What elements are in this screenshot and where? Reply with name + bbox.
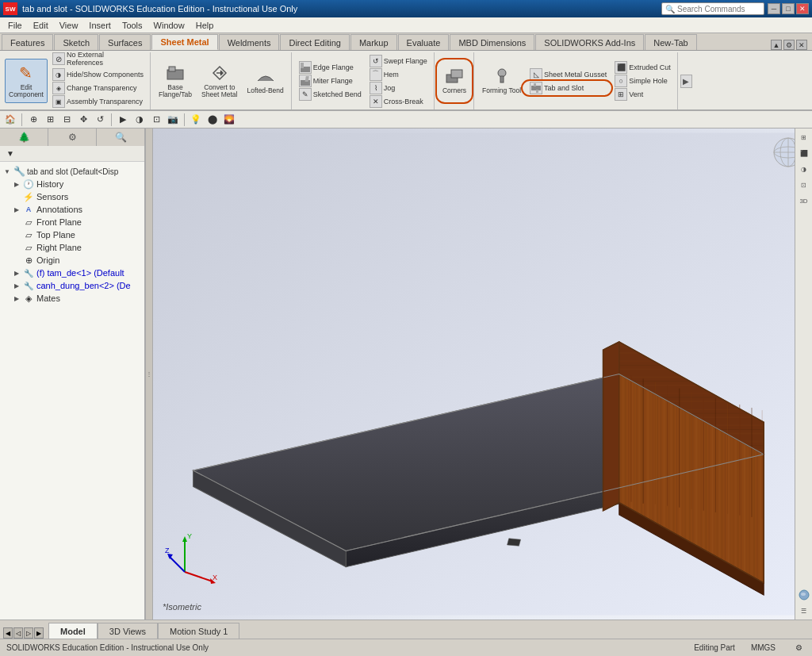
tab-sw-addins[interactable]: SOLIDWORKS Add-Ins	[535, 34, 644, 50]
toolbar-zoom-previous[interactable]: ⊟	[59, 113, 74, 127]
tree-root[interactable]: ▼ 🔧 tab and slot (Default<Disp	[2, 165, 143, 178]
tree-top-plane[interactable]: ▱ Top Plane	[11, 228, 143, 241]
sheet-metal-gusset-button[interactable]: ◺ Sheet Metal Gusset	[527, 68, 610, 81]
tab-prev2-button[interactable]: ◁	[13, 627, 23, 639]
panel-tab-properties[interactable]: ⚙	[48, 129, 97, 146]
assembly-transparency-btn[interactable]: ▣ Assembly Transparency	[52, 95, 143, 108]
mates-expand[interactable]: ▶	[13, 294, 21, 302]
tab-model[interactable]: Model	[48, 623, 98, 639]
edit-component-button[interactable]: ✎ EditComponent	[5, 59, 48, 103]
expand-ribbon-button[interactable]: ▶	[680, 75, 692, 88]
viewport[interactable]: Y X Z *Isometric ⊞ ⬛ ◑ ⊡ 3D	[153, 129, 812, 620]
tab-motion-study[interactable]: Motion Study 1	[158, 623, 239, 639]
annotations-expand[interactable]: ▶	[13, 205, 21, 213]
tab-features[interactable]: Features	[2, 34, 53, 50]
base-flange-button[interactable]: BaseFlange/Tab	[155, 59, 196, 103]
tree-mates[interactable]: ▶ ◈ Mates	[11, 292, 143, 305]
view-render-button[interactable]	[797, 588, 811, 602]
tab-prev-button[interactable]: ◀	[3, 627, 13, 639]
tree-history[interactable]: ▶ 🕐 History	[11, 178, 143, 190]
tab-direct-editing[interactable]: Direct Editing	[280, 34, 349, 50]
cross-break-button[interactable]: ✕ Cross-Break	[366, 95, 431, 108]
tab-surfaces[interactable]: Surfaces	[99, 34, 151, 50]
lofted-bend-button[interactable]: Lofted-Bend	[243, 59, 287, 103]
panel-resize-handle[interactable]: ⋮	[145, 129, 153, 620]
extruded-cut-button[interactable]: ⬛ Extruded Cut	[611, 61, 674, 74]
tree-right-plane[interactable]: ▱ Right Plane	[11, 241, 143, 254]
toolbar-zoom-area[interactable]: ⊞	[43, 113, 57, 127]
toolbar-home[interactable]: 🏠	[3, 113, 17, 127]
root-expand[interactable]: ▼	[3, 167, 11, 175]
convert-sheet-metal-button[interactable]: Convert toSheet Metal	[197, 59, 241, 103]
ribbon-close-button[interactable]: ✕	[796, 40, 807, 50]
tab-markup[interactable]: Markup	[350, 34, 397, 50]
hide-show-inner[interactable]: ◑ Hide/Show Components	[52, 68, 144, 81]
tab-mbd-dimensions[interactable]: MBD Dimensions	[450, 34, 534, 50]
corners-button[interactable]: Corners	[439, 59, 470, 103]
tab-new-tab[interactable]: New-Tab	[645, 34, 696, 50]
toolbar-lights[interactable]: 💡	[189, 113, 203, 127]
view-hide-button[interactable]: ◑	[797, 162, 811, 176]
view-3d-button[interactable]: 3D	[797, 194, 811, 208]
view-orient-button[interactable]: ⊞	[797, 130, 811, 144]
status-settings-button[interactable]: ⚙	[791, 641, 806, 655]
view-extra-button[interactable]: ☰	[797, 604, 811, 618]
tab-3d-views[interactable]: 3D Views	[98, 623, 158, 639]
canh-dung-expand[interactable]: ▶	[13, 282, 21, 290]
toolbar-camera[interactable]: 📷	[166, 113, 180, 127]
ribbon-settings-button[interactable]: ⚙	[783, 40, 795, 50]
menu-file[interactable]: File	[3, 20, 27, 31]
tab-sketch[interactable]: Sketch	[54, 34, 98, 50]
toolbar-hide-show[interactable]: ◑	[132, 113, 147, 127]
view-section-button[interactable]: ⊡	[797, 178, 811, 192]
tree-front-plane[interactable]: ▱ Front Plane	[11, 216, 143, 228]
search-input[interactable]	[677, 5, 778, 13]
minimize-button[interactable]: ─	[768, 3, 780, 14]
forming-tool-button[interactable]: Forming Tool	[478, 59, 525, 103]
ribbon-collapse-button[interactable]: ▲	[771, 40, 782, 50]
toolbar-pan[interactable]: ✥	[76, 113, 90, 127]
hem-button[interactable]: ⌒ Hem	[366, 68, 431, 81]
menu-insert[interactable]: Insert	[84, 20, 116, 31]
menu-edit[interactable]: Edit	[29, 20, 53, 31]
menu-view[interactable]: View	[55, 20, 83, 31]
tree-tam-de[interactable]: ▶ 🔧 (f) tam_de<1> (Default	[11, 267, 143, 279]
close-button[interactable]: ✕	[796, 3, 809, 14]
tree-canh-dung[interactable]: ▶ 🔧 canh_dung_ben<2> (De	[11, 279, 143, 292]
toolbar-appearances[interactable]: ⬤	[205, 113, 220, 127]
swept-flange-button[interactable]: ↺ Swept Flange	[366, 55, 431, 67]
panel-tab-search[interactable]: 🔍	[97, 129, 144, 146]
menu-window[interactable]: Window	[149, 20, 190, 31]
edge-flange-button[interactable]: Edge Flange	[296, 61, 365, 74]
panel-tab-tree[interactable]: 🌲	[0, 129, 48, 146]
tam-de-expand[interactable]: ▶	[13, 269, 21, 277]
tab-and-slot-button[interactable]: Tab and Slot	[527, 82, 610, 94]
toolbar-scene[interactable]: 🌄	[222, 113, 236, 127]
toolbar-display-style[interactable]: ▶	[116, 113, 130, 127]
menu-tools[interactable]: Tools	[117, 20, 147, 31]
tab-sheet-metal[interactable]: Sheet Metal	[151, 34, 217, 50]
toolbar-rotate[interactable]: ↺	[93, 113, 107, 127]
menu-help[interactable]: Help	[191, 20, 219, 31]
view-display-button[interactable]: ⬛	[797, 146, 811, 160]
hide-show-button[interactable]: ◑ Hide/Show Components ◈ Change Transpar…	[49, 67, 147, 109]
vent-button[interactable]: ⊞ Vent	[611, 88, 674, 101]
no-external-references-button[interactable]: ⊘ No ExternalReferences	[49, 52, 147, 65]
tab-weldments[interactable]: Weldments	[219, 34, 280, 50]
toolbar-zoom-fit[interactable]: ⊕	[26, 113, 40, 127]
filter-icon[interactable]: ▼	[3, 147, 17, 161]
toolbar-section-view[interactable]: ⊡	[149, 113, 163, 127]
tree-sensors[interactable]: ⚡ Sensors	[11, 190, 143, 203]
tree-origin[interactable]: ⊕ Origin	[11, 254, 143, 267]
miter-flange-button[interactable]: Miter Flange	[296, 75, 365, 87]
tab-evaluate[interactable]: Evaluate	[398, 34, 450, 50]
tab-next2-button[interactable]: ▷	[24, 627, 33, 639]
jog-button[interactable]: ⌇ Jog	[366, 82, 431, 94]
tab-next-button[interactable]: ▶	[34, 627, 44, 639]
search-box[interactable]: 🔍	[661, 2, 764, 15]
change-transparency-btn[interactable]: ◈ Change Transparency	[52, 82, 137, 94]
simple-hole-button[interactable]: ○ Simple Hole	[611, 75, 674, 87]
maximize-button[interactable]: □	[782, 3, 795, 14]
history-expand[interactable]: ▶	[13, 180, 21, 188]
tree-annotations[interactable]: ▶ A Annotations	[11, 203, 143, 216]
